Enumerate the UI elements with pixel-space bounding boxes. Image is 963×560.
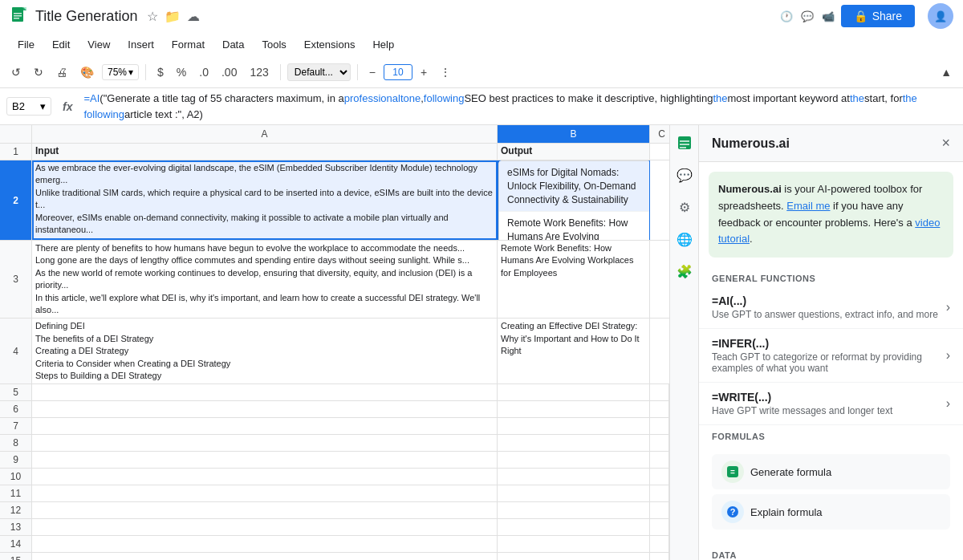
cell-a2[interactable]: As we embrace the ever-evolving digital …: [32, 160, 498, 240]
cell-c9[interactable]: [650, 452, 669, 468]
menu-help[interactable]: Help: [364, 35, 402, 54]
settings-icon[interactable]: ⚙: [673, 196, 696, 218]
cell-b6[interactable]: [498, 401, 650, 417]
menu-edit[interactable]: Edit: [44, 35, 78, 54]
cell-c13[interactable]: [650, 519, 669, 535]
fx-label: fx: [56, 100, 79, 113]
menu-view[interactable]: View: [79, 35, 118, 54]
cell-b15[interactable]: [498, 553, 650, 560]
cell-b3[interactable]: Remote Work Benefits: How Humans Are Evo…: [498, 241, 650, 318]
cell-c5[interactable]: [650, 384, 669, 400]
close-panel-button[interactable]: ×: [941, 135, 950, 152]
menu-extensions[interactable]: Extensions: [296, 35, 364, 54]
cell-c10[interactable]: [650, 469, 669, 485]
cell-b10[interactable]: [498, 469, 650, 485]
cell-a13[interactable]: [32, 519, 498, 535]
dec-minus-button[interactable]: .0: [194, 63, 213, 82]
cell-a6[interactable]: [32, 401, 498, 417]
dec-plus-button[interactable]: .00: [217, 63, 242, 82]
cell-b4[interactable]: Creating an Effective DEI Strategy: Why …: [498, 319, 650, 383]
cell-a12[interactable]: [32, 502, 498, 518]
cell-b14[interactable]: [498, 536, 650, 552]
row-num-12: 12: [0, 502, 32, 518]
cell-c15[interactable]: [650, 553, 669, 560]
cell-a8[interactable]: [32, 435, 498, 451]
cloud-icon[interactable]: ☁: [187, 9, 200, 24]
cell-a5[interactable]: [32, 384, 498, 400]
email-link[interactable]: Email me: [786, 200, 830, 212]
cell-a9[interactable]: [32, 452, 498, 468]
dropdown-item-1[interactable]: eSIMs for Digital Nomads: Unlock Flexibi…: [499, 161, 650, 212]
cell-c4[interactable]: [650, 319, 669, 383]
chat-icon[interactable]: 💬: [673, 164, 696, 186]
cell-b2[interactable]: eSIMs for Digital Nomads: Unlock Flexibi…: [498, 160, 650, 240]
history-btn[interactable]: 🕐: [780, 10, 793, 22]
meet-btn[interactable]: 📹: [822, 10, 835, 22]
cell-a7[interactable]: [32, 418, 498, 434]
cell-c2[interactable]: [650, 160, 669, 240]
cell-a3[interactable]: There are plenty of benefits to how huma…: [32, 241, 498, 318]
formula-equals: =AI: [83, 91, 100, 107]
cell-a14[interactable]: [32, 536, 498, 552]
undo-button[interactable]: ↺: [6, 63, 26, 82]
cell-c12[interactable]: [650, 502, 669, 518]
cell-c8[interactable]: [650, 435, 669, 451]
percent-button[interactable]: %: [172, 63, 191, 82]
cell-c1[interactable]: [650, 144, 669, 160]
cell-reference[interactable]: B2 ▾: [6, 97, 51, 116]
cell-a4[interactable]: Defining DEI The benefits of a DEI Strat…: [32, 319, 498, 383]
cell-c6[interactable]: [650, 401, 669, 417]
puzzle-icon[interactable]: 🧩: [673, 260, 696, 282]
ai-function-item[interactable]: =AI(...) Use GPT to answer questions, ex…: [699, 286, 963, 329]
share-button[interactable]: 🔒 Share: [841, 5, 915, 27]
cell-b5[interactable]: [498, 384, 650, 400]
cell-c3[interactable]: [650, 241, 669, 318]
star-icon[interactable]: ☆: [147, 9, 158, 24]
redo-button[interactable]: ↻: [29, 63, 48, 82]
cell-a11[interactable]: [32, 485, 498, 501]
print-button[interactable]: 🖨: [51, 63, 72, 82]
number-format-button[interactable]: 123: [245, 63, 273, 82]
cell-a1[interactable]: Input: [32, 144, 498, 160]
cell-b7[interactable]: [498, 418, 650, 434]
cell-b13[interactable]: [498, 519, 650, 535]
menu-file[interactable]: File: [10, 35, 43, 54]
font-size-box[interactable]: 10: [384, 64, 412, 80]
hide-toolbar-button[interactable]: ▲: [936, 63, 957, 82]
dropdown-item-2[interactable]: Remote Work Benefits: How Humans Are Evo…: [499, 212, 650, 240]
cell-a10[interactable]: [32, 469, 498, 485]
col-header-c[interactable]: C: [650, 125, 669, 143]
infer-function-item[interactable]: =INFER(...) Teach GPT to categorize or r…: [699, 329, 963, 383]
cell-c11[interactable]: [650, 485, 669, 501]
more-options-button[interactable]: ⋮: [435, 63, 456, 82]
globe-icon[interactable]: 🌐: [673, 228, 696, 250]
zoom-control[interactable]: 75% ▾: [102, 64, 139, 80]
explain-formula-button[interactable]: ? Explain formula: [712, 494, 950, 530]
write-function-item[interactable]: =WRITE(...) Have GPT write messages and …: [699, 383, 963, 425]
font-size-decrease[interactable]: −: [364, 63, 380, 82]
currency-button[interactable]: $: [152, 63, 169, 82]
col-header-b[interactable]: B: [498, 125, 650, 143]
svg-rect-3: [14, 18, 19, 19]
cell-b9[interactable]: [498, 452, 650, 468]
sheets-icon[interactable]: [673, 132, 696, 154]
menu-tools[interactable]: Tools: [254, 35, 294, 54]
font-size-increase[interactable]: +: [416, 63, 432, 82]
font-selector[interactable]: Default...: [287, 63, 351, 81]
cell-b12[interactable]: [498, 502, 650, 518]
cell-b8[interactable]: [498, 435, 650, 451]
cell-b11[interactable]: [498, 485, 650, 501]
history-icon[interactable]: 📁: [165, 9, 181, 24]
menu-data[interactable]: Data: [214, 35, 252, 54]
paint-format-button[interactable]: 🎨: [75, 63, 99, 82]
generate-formula-button[interactable]: = Generate formula: [712, 454, 950, 489]
cell-dropdown: eSIMs for Digital Nomads: Unlock Flexibi…: [498, 160, 650, 240]
menu-insert[interactable]: Insert: [120, 35, 162, 54]
cell-c7[interactable]: [650, 418, 669, 434]
menu-format[interactable]: Format: [164, 35, 213, 54]
cell-b1[interactable]: Output: [498, 144, 650, 160]
cell-c14[interactable]: [650, 536, 669, 552]
cell-a15[interactable]: [32, 553, 498, 560]
comment-btn[interactable]: 💬: [801, 10, 814, 22]
col-header-a[interactable]: A: [32, 125, 498, 143]
